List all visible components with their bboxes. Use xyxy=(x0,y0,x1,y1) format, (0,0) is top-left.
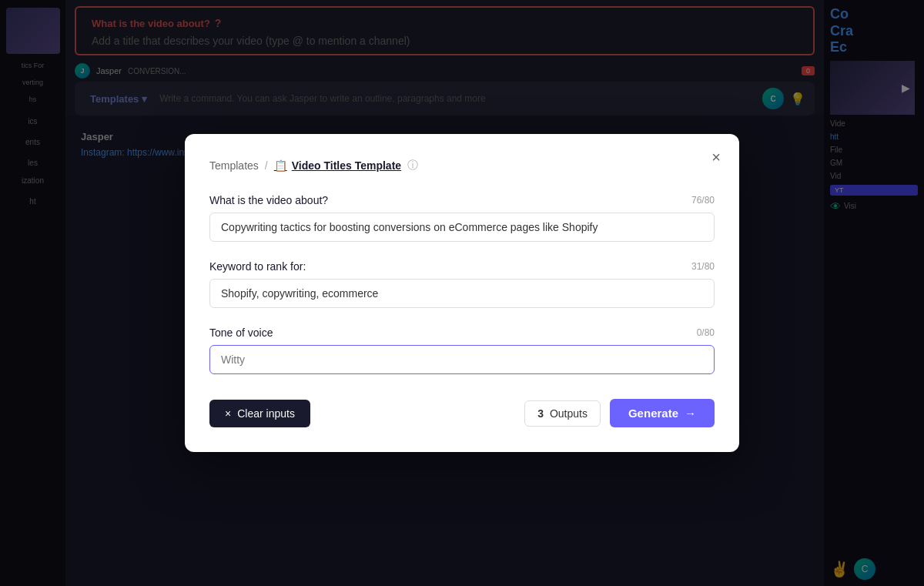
label-keyword: Keyword to rank for: xyxy=(209,260,306,273)
clear-icon: × xyxy=(225,407,231,420)
form-group-keyword: Keyword to rank for: 31/80 xyxy=(209,260,715,308)
clear-label: Clear inputs xyxy=(237,407,295,420)
char-count-tone: 0/80 xyxy=(697,327,715,338)
breadcrumb-parent: Templates xyxy=(209,159,259,172)
generate-button[interactable]: Generate → xyxy=(610,399,715,427)
form-group-video-about: What is the video about? 76/80 xyxy=(209,194,715,242)
arrow-icon: → xyxy=(685,407,696,420)
modal-overlay: × Templates / 📋 Video Titles Template ⓘ … xyxy=(0,0,924,586)
outputs-count: 3 xyxy=(537,407,544,420)
modal-close-button[interactable]: × xyxy=(705,146,727,168)
modal-dialog: × Templates / 📋 Video Titles Template ⓘ … xyxy=(185,134,739,452)
input-keyword[interactable] xyxy=(209,279,715,308)
input-video-about[interactable] xyxy=(209,213,715,242)
breadcrumb-separator: / xyxy=(265,159,268,172)
char-count-video-about: 76/80 xyxy=(691,195,715,206)
generate-label: Generate xyxy=(628,407,678,420)
breadcrumb: Templates / 📋 Video Titles Template ⓘ xyxy=(209,159,715,172)
modal-footer: × Clear inputs 3 Outputs Generate → xyxy=(209,399,715,427)
label-video-about: What is the video about? xyxy=(209,194,328,206)
input-tone[interactable] xyxy=(209,345,715,374)
template-icon: 📋 xyxy=(274,159,287,172)
char-count-keyword: 31/80 xyxy=(691,261,715,272)
form-label-row-3: Tone of voice 0/80 xyxy=(209,326,715,339)
form-group-tone: Tone of voice 0/80 xyxy=(209,326,715,374)
outputs-label: Outputs xyxy=(550,407,588,420)
breadcrumb-current-label: Video Titles Template xyxy=(292,159,401,172)
form-label-row-1: What is the video about? 76/80 xyxy=(209,194,715,206)
breadcrumb-current[interactable]: 📋 Video Titles Template xyxy=(274,159,401,172)
outputs-section: 3 Outputs xyxy=(524,400,601,427)
label-tone: Tone of voice xyxy=(209,326,273,339)
info-icon[interactable]: ⓘ xyxy=(407,159,418,172)
clear-inputs-button[interactable]: × Clear inputs xyxy=(209,400,310,427)
form-label-row-2: Keyword to rank for: 31/80 xyxy=(209,260,715,273)
